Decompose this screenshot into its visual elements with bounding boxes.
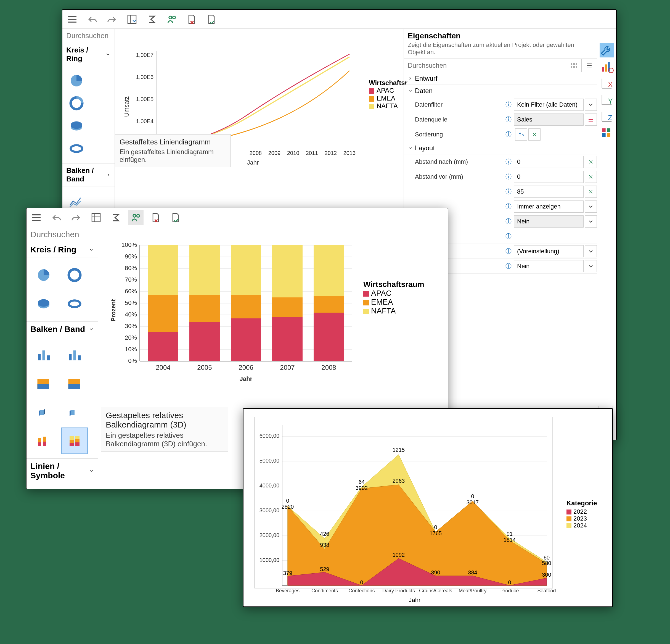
page-delete-button[interactable] (148, 210, 163, 225)
undo-button[interactable] (49, 210, 64, 225)
thumb-bar1[interactable] (30, 341, 57, 368)
palette-search[interactable]: Durchsuchen (63, 29, 115, 43)
source-field[interactable]: Sales (514, 114, 584, 126)
row-85: ⓘ 85 (404, 184, 597, 199)
filter-dropdown[interactable] (585, 98, 597, 111)
page-delete-button[interactable] (184, 12, 199, 27)
thumb-bar3d-3[interactable] (30, 428, 57, 454)
thumb-bar3[interactable] (30, 370, 57, 397)
info-icon[interactable]: ⓘ (503, 101, 514, 109)
svg-rect-41 (602, 128, 606, 132)
info-icon[interactable]: ⓘ (503, 173, 514, 181)
nein1-dropdown[interactable] (585, 215, 597, 227)
group-layout[interactable]: Layout (404, 142, 597, 154)
thumb-donut[interactable] (61, 262, 88, 288)
group-daten[interactable]: Daten (404, 85, 597, 97)
thumb-donut[interactable] (66, 93, 87, 114)
menu-button[interactable] (29, 210, 44, 225)
svg-rect-42 (607, 128, 611, 132)
sort-fx[interactable] (528, 128, 540, 141)
sigma-button[interactable] (144, 12, 160, 27)
tooltip-stacked-line: Gestaffeltes Liniendiagramm Ein gestaffe… (115, 134, 231, 167)
thumb-donut3d[interactable] (61, 290, 88, 317)
fx-button[interactable] (585, 186, 597, 198)
info-icon[interactable]: ⓘ (503, 247, 514, 255)
before-field[interactable]: 0 (514, 171, 584, 183)
svg-text:390: 390 (431, 569, 440, 576)
bar-2005 (189, 245, 220, 361)
thumb-bar3d-2[interactable] (61, 399, 88, 425)
thumb-pie3d[interactable] (66, 116, 87, 136)
page-check-button[interactable] (204, 12, 219, 27)
bar-2007 (272, 245, 303, 361)
redo-button[interactable] (68, 210, 84, 225)
category-ring[interactable]: Kreis / Ring (63, 43, 115, 66)
thumb-donut3d[interactable] (66, 139, 87, 159)
field-85[interactable]: 85 (514, 186, 584, 198)
category-lines[interactable]: Linien / Symbole (27, 458, 98, 483)
thumb-stacked-rel-3d[interactable] (61, 428, 88, 454)
info-icon[interactable]: ⓘ (503, 262, 514, 271)
page-check-button[interactable] (168, 210, 183, 225)
info-icon[interactable]: ⓘ (503, 217, 514, 226)
nein2-field[interactable]: Nein (514, 260, 584, 272)
thumb-bar2[interactable] (61, 341, 88, 368)
ring-thumbs (27, 258, 98, 321)
view-list[interactable] (581, 59, 597, 72)
show-dropdown[interactable] (585, 200, 597, 213)
row-datenfilter: Datenfilter ⓘ Kein Filter (alle Daten) (404, 97, 597, 112)
thumb-pie[interactable] (66, 70, 87, 91)
preset-dropdown[interactable] (585, 245, 597, 258)
chart-settings-icon[interactable] (600, 60, 614, 74)
svg-rect-59 (73, 351, 77, 360)
category-ring[interactable]: Kreis / Ring (27, 242, 98, 258)
sigma-button[interactable] (108, 210, 124, 225)
info-icon[interactable]: ⓘ (503, 116, 514, 124)
properties-search-row (404, 59, 597, 73)
wrench-icon[interactable] (600, 43, 614, 57)
thumb-bar3d-1[interactable] (30, 399, 57, 425)
table-filter-button[interactable] (88, 210, 104, 225)
axis-y-icon[interactable]: Y (600, 93, 614, 107)
axis-x-icon[interactable]: X (600, 76, 614, 91)
nein2-dropdown[interactable] (585, 260, 597, 272)
palette-search[interactable]: Durchsuchen (27, 227, 98, 242)
svg-text:X: X (608, 80, 613, 89)
show-field[interactable]: Immer anzeigen (514, 200, 584, 213)
undo-button[interactable] (84, 12, 100, 27)
table-filter-button[interactable] (124, 12, 140, 27)
users-button[interactable] (128, 210, 144, 225)
xlabel: Jahr (247, 159, 259, 166)
thumb-pie[interactable] (30, 262, 57, 288)
filter-field[interactable]: Kein Filter (alle Daten) (514, 98, 584, 111)
menu-button[interactable] (65, 12, 80, 27)
view-categories[interactable] (566, 59, 581, 72)
svg-text:2000,00: 2000,00 (259, 532, 279, 538)
svg-text:426: 426 (320, 531, 329, 537)
fx-button[interactable] (585, 171, 597, 183)
grid-colors-icon[interactable] (600, 126, 614, 140)
thumb-pie3d[interactable] (30, 290, 57, 317)
info-icon[interactable]: ⓘ (503, 187, 514, 196)
users-button[interactable] (164, 12, 179, 27)
svg-text:64: 64 (359, 479, 365, 485)
group-entwurf[interactable]: Entwurf (404, 73, 597, 85)
category-bars[interactable]: Balken / Band (63, 163, 115, 186)
fx-button[interactable] (585, 156, 597, 168)
thumb-bar4[interactable] (61, 370, 88, 397)
sort-asc[interactable]: A (515, 128, 527, 141)
svg-text:1092: 1092 (392, 552, 405, 558)
preset-field[interactable]: (Voreinstellung) (514, 245, 584, 258)
category-bars[interactable]: Balken / Band (27, 321, 98, 337)
info-icon[interactable]: ⓘ (503, 130, 514, 139)
properties-search[interactable] (404, 59, 566, 72)
info-icon[interactable]: ⓘ (503, 202, 514, 211)
info-icon[interactable]: ⓘ (503, 232, 514, 240)
info-icon[interactable]: ⓘ (503, 158, 514, 166)
axis-z-icon[interactable]: Z (600, 109, 614, 124)
nein1-field[interactable]: Nein (514, 215, 584, 227)
after-field[interactable]: 0 (514, 156, 584, 168)
source-picker[interactable] (585, 114, 597, 126)
redo-button[interactable] (104, 12, 120, 27)
bars-thumbs (27, 337, 98, 458)
